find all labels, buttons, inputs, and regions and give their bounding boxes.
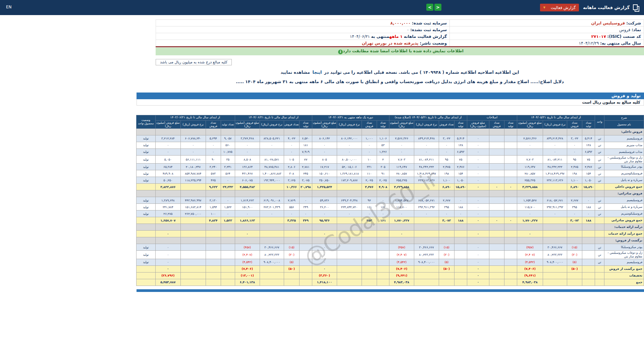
- value-cell: ۸۳۸,۵۰۵,۲۲۱: [260, 135, 284, 142]
- value-cell: [504, 177, 517, 184]
- value-cell: [467, 237, 489, 244]
- unit-cell: تن: [595, 135, 604, 142]
- value-cell: ۲۶,۲۷۵: [155, 210, 180, 217]
- value-cell: [206, 259, 221, 265]
- value-cell: ۲۷۳,۲۰۱,۴۳۹: [260, 204, 284, 210]
- value-cell: [312, 224, 337, 231]
- value-cell: ۰: [504, 184, 517, 190]
- value-cell: ۴۸,۳۴۲,۲۲۲: [543, 164, 567, 170]
- value-cell: [155, 224, 180, 231]
- value-cell: [299, 259, 312, 265]
- value-cell: ۳۴۹: [299, 217, 312, 224]
- value-cell: ۰: [235, 231, 260, 237]
- product-status-cell: [136, 231, 155, 237]
- value-cell: ۰: [284, 142, 299, 148]
- value-cell: ۹,۶۲۲: [206, 184, 221, 190]
- symbol-value: فروس: [619, 27, 630, 32]
- product-name-cell: مذاب فروسیلیسیم: [604, 148, 644, 155]
- value-cell: ۰: [389, 210, 414, 217]
- value-cell: ۱۶۱: [377, 217, 389, 224]
- value-cell: ۰: [467, 217, 489, 224]
- value-cell: [567, 279, 582, 286]
- previous-version-link[interactable]: اینجا: [312, 70, 322, 75]
- value-cell: ۳,۰۷۵: [299, 177, 312, 184]
- value-cell: ۱,۴۱۸,۴۶۹,۶۹۷: [414, 170, 439, 177]
- value-cell: [489, 224, 504, 231]
- value-cell: ۸۴۹,۲۱۴,۴۲۸: [543, 135, 567, 142]
- value-cell: [543, 279, 567, 286]
- value-cell: [299, 190, 312, 197]
- value-cell: [221, 265, 235, 272]
- value-cell: [155, 190, 180, 197]
- value-cell: ۵۶۴: [221, 170, 235, 177]
- value-cell: [260, 231, 284, 237]
- value-cell: (۲۶,۷۹۶): [155, 272, 180, 279]
- product-status-cell: تولید: [136, 135, 155, 142]
- value-cell: [504, 259, 517, 265]
- header-subcolumn: تعداد فروش: [284, 120, 299, 128]
- unit-cell: تن: [595, 204, 604, 210]
- value-cell: ۱,۱۰۰: [567, 177, 582, 184]
- value-cell: ۰: [439, 142, 454, 148]
- value-cell: [284, 272, 299, 279]
- value-cell: ۳۰۸: [284, 170, 299, 177]
- value-cell: [543, 272, 567, 279]
- value-cell: ۲,۵۶۶,۳۲۶: [517, 135, 543, 142]
- page-title: گزارش فعالیت ماهانه: [583, 5, 630, 10]
- value-cell: [504, 190, 517, 197]
- value-cell: [489, 204, 504, 210]
- value-cell: ۱,۳۲۵,۵۲۴: [312, 184, 337, 190]
- value-cell: [362, 237, 377, 244]
- value-cell: ۰: [312, 251, 337, 259]
- value-cell: ۲۸۰,۸۵۷: [517, 170, 543, 177]
- value-cell: [284, 190, 299, 197]
- value-cell: [582, 237, 595, 244]
- value-cell: [567, 128, 582, 135]
- value-cell: ۸۰۶,۱۴۲: [312, 135, 337, 142]
- language-toggle-en[interactable]: EN: [6, 5, 12, 9]
- value-cell: ۰: [467, 210, 489, 217]
- value-cell: [414, 272, 439, 279]
- next-report-button[interactable]: >: [434, 4, 441, 11]
- value-cell: ۰: [235, 142, 260, 148]
- value-cell: [221, 244, 235, 251]
- value-cell: [362, 244, 377, 251]
- header-subcolumn: تعداد فروش: [489, 120, 504, 128]
- subtotal-row: جمع برگشت از فروش(۵۰)(۷,۴۰۶)۰(۵۰)(۷,۴۰۶)…: [136, 265, 644, 272]
- header-subcolumn: نرخ فروش (ریال): [260, 120, 284, 128]
- amounts-unit-note: کلیه مبالغ درج شده به میلیون ریال می باش…: [156, 59, 232, 65]
- value-cell: [389, 224, 414, 231]
- correction-notice-pre: این اطلاعیه اصلاحیه اطلاعیه شماره ( ۱۴۰۹…: [324, 70, 519, 75]
- value-cell: ۶۱۸,۰۵۲,۶۷۱: [414, 197, 439, 204]
- value-cell: ۰: [337, 148, 362, 155]
- value-cell: [489, 155, 504, 164]
- report-copy-icon[interactable]: [634, 4, 639, 11]
- value-cell: [221, 231, 235, 237]
- value-cell: [337, 251, 362, 259]
- value-cell: [504, 210, 517, 217]
- product-status-cell: [136, 184, 155, 190]
- value-cell: [180, 231, 206, 237]
- unit-cell: [595, 237, 604, 244]
- value-cell: (۴,۵۴۲): [389, 259, 414, 265]
- value-cell: (۱۵): [567, 244, 582, 251]
- previous-report-button[interactable]: <: [426, 4, 433, 11]
- header-subcolumn: نرخ فروش (ریال): [180, 120, 206, 128]
- value-cell: ۰: [260, 210, 284, 217]
- header-unit: واحد: [595, 115, 604, 128]
- value-cell: [362, 265, 377, 272]
- report-type-dropdown[interactable]: گزارش فعالیت ▼: [540, 4, 579, 11]
- correction-notice-post: مشاهده نمایید: [281, 70, 310, 75]
- value-cell: ۸,۵۰۸: [235, 155, 260, 164]
- value-cell: [362, 224, 377, 231]
- value-cell: ۱۵۰,۶۱۰: [312, 170, 337, 177]
- value-cell: ۰: [454, 210, 467, 217]
- value-cell: ۴,۵۵۵,۳۸۲: [235, 184, 260, 190]
- value-cell: [260, 279, 284, 286]
- value-cell: [489, 190, 504, 197]
- value-cell: ۱,۵۹۴: [206, 204, 221, 210]
- product-name-cell: جمع درآمد ارائه خدمات: [604, 231, 644, 237]
- info-row-symbol: نماد: فروس سرمایه ثبت نشده: ۰: [156, 26, 644, 33]
- value-cell: ۴۴۳,۹۷۶,۹۹۷: [180, 197, 206, 204]
- value-cell: [543, 190, 567, 197]
